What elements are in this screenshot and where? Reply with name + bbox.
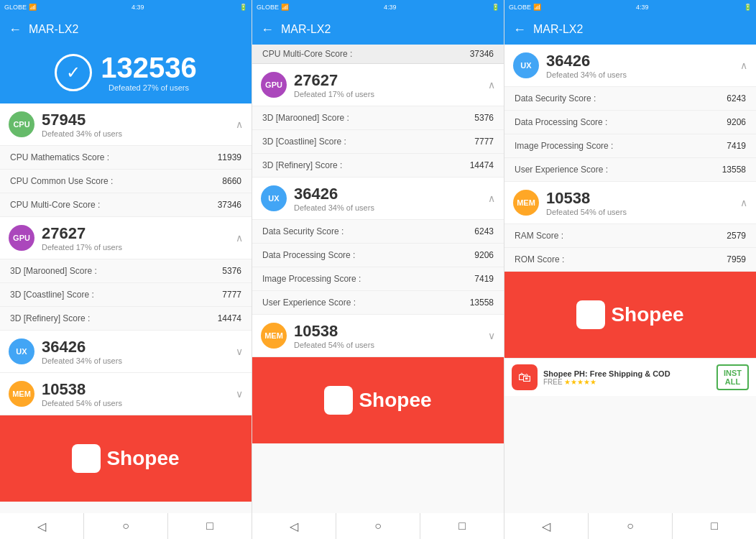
shopee-install-title: Shopee PH: Free Shipping & COD [543, 369, 711, 378]
ux-userexp-label-2: User Experience Score : [262, 298, 356, 308]
gpu-category-row[interactable]: GPU 27627 Defeated 17% of users ∧ [0, 217, 252, 259]
gpu-category-row-2[interactable]: GPU 27627 Defeated 17% of users ∧ [252, 64, 504, 106]
panel-3-content: UX 36426 Defeated 34% of users ∧ Data Se… [504, 45, 756, 513]
mem-ram-label: RAM Score : [515, 231, 563, 241]
nav-back-1[interactable]: ◁ [0, 513, 84, 539]
cpu-common-row: CPU Common Use Score : 8660 [0, 170, 252, 193]
ad-banner-3: 🛍 Shopee [504, 272, 756, 358]
gpu-coastline-value-2: 7777 [474, 137, 494, 147]
mem-rom-row: ROM Score : 7959 [504, 248, 756, 272]
nav-home-3[interactable]: ○ [589, 513, 673, 539]
mem-score-2: 10538 [294, 322, 481, 341]
cpu-common-label: CPU Common Use Score : [10, 176, 113, 186]
shopee-install-sub: FREE ★★★★★ [543, 378, 711, 386]
ux-userexp-value-2: 13558 [470, 298, 494, 308]
mem-info-2: 10538 Defeated 54% of users [294, 322, 481, 349]
cpu-common-value: 8660 [222, 176, 241, 186]
panel-2-content: CPU Multi-Core Score : 37346 GPU 27627 D… [252, 45, 504, 513]
gpu-refinery-label: 3D [Refinery] Score : [10, 313, 90, 323]
gpu-chevron[interactable]: ∧ [236, 232, 243, 244]
ux-category-row-1[interactable]: UX 36426 Defeated 34% of users ∨ [0, 331, 252, 373]
ux-dataproc-row-2: Data Processing Score : 9206 [252, 244, 504, 267]
nav-recent-1[interactable]: □ [168, 513, 252, 539]
ux-userexp-label-3: User Experience Score : [515, 165, 608, 175]
panel-2-header: ← MAR-LX2 [252, 14, 504, 45]
gpu-defeated-2: Defeated 17% of users [294, 90, 481, 98]
status-bar-1: GLOBE 📶 4:39 🔋 [0, 0, 252, 14]
cpu-multicore-top: CPU Multi-Core Score : 37346 [252, 45, 504, 64]
nav-home-2[interactable]: ○ [336, 513, 420, 539]
mem-category-row-2[interactable]: MEM 10538 Defeated 54% of users ∨ [252, 315, 504, 357]
gpu-refinery-label-2: 3D [Refinery] Score : [262, 160, 342, 170]
ux-datasec-value-3: 6243 [727, 93, 746, 103]
nav-home-1[interactable]: ○ [84, 513, 168, 539]
mem-chevron-3[interactable]: ∧ [740, 197, 747, 208]
mem-chevron-1[interactable]: ∨ [236, 388, 243, 400]
ux-category-row-2[interactable]: UX 36426 Defeated 34% of users ∧ [252, 178, 504, 220]
gpu-marooned-row-2: 3D [Marooned] Score : 5376 [252, 106, 504, 130]
mem-chevron-2[interactable]: ∨ [488, 330, 495, 341]
cpu-multicore-top-label: CPU Multi-Core Score : [262, 49, 352, 59]
panel-3-title: MAR-LX2 [533, 23, 583, 36]
panel-3: GLOBE 📶 4:39 🔋 ← MAR-LX2 UX 36426 Defeat… [504, 0, 756, 539]
ux-badge-3: UX [513, 52, 539, 78]
install-button[interactable]: INSTALL [716, 364, 749, 390]
nav-back-2[interactable]: ◁ [252, 513, 336, 539]
nav-recent-3[interactable]: □ [673, 513, 756, 539]
mem-score-3: 10538 [546, 189, 733, 208]
ux-chevron-2[interactable]: ∧ [488, 193, 495, 204]
ux-datasec-value-2: 6243 [474, 226, 494, 236]
ux-category-row-3[interactable]: UX 36426 Defeated 34% of users ∧ [504, 45, 756, 87]
shopee-text-2: Shopee [359, 389, 431, 412]
gpu-coastline-row-2: 3D [Coastline] Score : 7777 [252, 130, 504, 154]
cpu-math-value: 11939 [218, 152, 241, 162]
back-arrow-1[interactable]: ← [9, 22, 22, 37]
mem-defeated-1: Defeated 54% of users [42, 399, 229, 407]
nav-recent-2[interactable]: □ [420, 513, 504, 539]
ux-badge-2: UX [261, 185, 287, 211]
mem-category-row-3[interactable]: MEM 10538 Defeated 54% of users ∧ [504, 182, 756, 224]
cpu-math-label: CPU Mathematics Score : [10, 152, 109, 162]
gpu-marooned-label: 3D [Marooned] Score : [10, 266, 97, 276]
status-segment-1: GLOBE 📶 4:39 🔋 [0, 0, 252, 14]
ad-banner-1: 🛍 Shopee [0, 415, 252, 502]
gpu-marooned-label-2: 3D [Marooned] Score : [262, 113, 349, 123]
ux-chevron-1[interactable]: ∨ [236, 346, 243, 357]
ux-imgproc-label-3: Image Processing Score : [515, 141, 613, 151]
gpu-coastline-row: 3D [Coastline] Score : 7777 [0, 283, 252, 307]
cpu-chevron[interactable]: ∧ [236, 119, 243, 130]
ux-datasec-row-2: Data Security Score : 6243 [252, 220, 504, 244]
ux-imgproc-value-2: 7419 [474, 274, 494, 284]
ux-datasec-label-3: Data Security Score : [515, 93, 596, 103]
hero-section-1: ✓ 132536 Defeated 27% of users [0, 45, 252, 103]
panel-2: GLOBE 📶 4:39 🔋 ← MAR-LX2 CPU Multi-Core … [252, 0, 504, 539]
gpu-score-2: 27627 [294, 71, 481, 90]
ux-datasec-row-3: Data Security Score : 6243 [504, 87, 756, 111]
mem-rom-value: 7959 [727, 254, 746, 264]
back-arrow-2[interactable]: ← [261, 22, 274, 37]
mem-defeated-2: Defeated 54% of users [294, 341, 481, 349]
cpu-multicore-value: 37346 [218, 200, 241, 210]
ux-chevron-3[interactable]: ∧ [740, 60, 747, 71]
back-arrow-3[interactable]: ← [513, 22, 526, 37]
ux-score-3: 36426 [546, 52, 733, 70]
shopee-logo-3: 🛍 Shopee [576, 300, 683, 329]
ux-userexp-value-3: 13558 [722, 165, 746, 175]
gpu-defeated: Defeated 17% of users [42, 243, 229, 252]
shopee-bag-3: 🛍 [576, 300, 605, 329]
cpu-category-row[interactable]: CPU 57945 Defeated 34% of users ∧ [0, 103, 252, 146]
gpu-marooned-value-2: 5376 [474, 113, 494, 123]
mem-ram-row: RAM Score : 2579 [504, 224, 756, 248]
status-segment-2: GLOBE 📶 4:39 🔋 [252, 0, 504, 14]
nav-back-3[interactable]: ◁ [504, 513, 589, 539]
ux-dataproc-row-3: Data Processing Score : 9206 [504, 111, 756, 134]
cpu-math-row: CPU Mathematics Score : 11939 [0, 146, 252, 170]
ux-dataproc-value-3: 9206 [727, 117, 746, 127]
cpu-badge: CPU [9, 111, 34, 137]
mem-badge-2: MEM [261, 323, 287, 349]
gpu-chevron-2[interactable]: ∧ [488, 79, 495, 91]
cpu-multicore-row: CPU Multi-Core Score : 37346 [0, 193, 252, 217]
mem-category-row-1[interactable]: MEM 10538 Defeated 54% of users ∨ [0, 373, 252, 415]
gpu-refinery-row-2: 3D [Refinery] Score : 14474 [252, 154, 504, 178]
ux-badge-1: UX [9, 338, 34, 364]
